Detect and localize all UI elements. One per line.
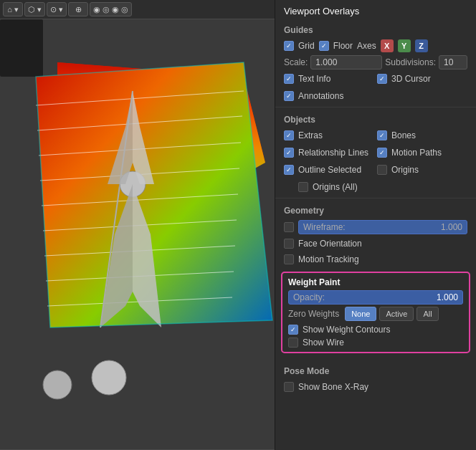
gizmo-btn[interactable]: ⊕ [68,2,88,16]
outline-selected-row: ✓ Outline Selected [284,162,374,178]
floor-checkbox[interactable]: ✓ [319,41,329,51]
origins-all-label: Origins (All) [313,182,358,192]
rel-motion-row: ✓ Relationship Lines ✓ Motion Paths [275,145,476,162]
mode-selector[interactable]: ⌂ ▾ [3,2,23,16]
subdivisions-input[interactable]: 10 [439,55,467,70]
opacity-value: 1.000 [437,292,458,302]
show-weight-contours-label: Show Weight Contours [303,325,391,335]
motion-paths-label: Motion Paths [391,148,442,158]
text-info-row: ✓ Text Info [284,71,374,87]
zero-weights-active-btn[interactable]: Active [379,307,414,321]
show-wire-checkbox[interactable] [288,338,298,348]
cursor-3d-label: 3D Cursor [391,74,431,84]
guides-header: Guides [275,21,476,38]
show-bone-xray-checkbox[interactable] [284,382,294,392]
subdivisions-label: Subdivisions: [385,57,436,67]
annotations-checkbox[interactable]: ✓ [284,91,294,101]
text-info-label: Text Info [298,74,330,84]
text-cursor-row: ✓ Text Info ✓ 3D Cursor [275,71,476,88]
show-wire-label: Show Wire [303,338,344,348]
divider-2 [275,198,476,198]
zero-weights-row: Zero Weights None Active All [282,305,469,323]
mesh-canvas [0,19,275,450]
motion-paths-row: ✓ Motion Paths [377,145,467,161]
viewport-shading[interactable]: ⬡ ▾ [24,2,45,16]
opacity-field[interactable]: Opacity: 1.000 [288,290,463,305]
grid-label: Grid [298,41,315,51]
guides-grid-floor-row: ✓ Grid ✓ Floor Axes X Y Z [275,38,476,54]
bones-label: Bones [391,130,416,140]
axes-label: Axes [357,41,376,51]
face-orientation-label: Face Orientation [298,239,362,249]
axis-z-button[interactable]: Z [415,39,428,52]
extras-label: Extras [298,130,323,140]
weight-paint-section: Weight Paint Opacity: 1.000 Zero Weights… [281,272,470,353]
overlay-btn[interactable]: ⊙ ▾ [47,2,67,16]
text-info-checkbox[interactable]: ✓ [284,74,294,84]
pose-mode-header: Pose Mode [275,362,476,379]
zero-weights-all-btn[interactable]: All [416,307,438,321]
origins-all-row: Origins (All) [275,179,476,195]
objects-header: Objects [275,110,476,128]
panel-title: Viewport Overlays [275,0,476,21]
show-weight-contours-row: ✓ Show Weight Contours [282,323,469,336]
motion-tracking-label: Motion Tracking [298,254,359,264]
zero-weights-label: Zero Weights [288,309,339,319]
annotations-label: Annotations [298,91,343,101]
geometry-header: Geometry [275,201,476,219]
wireframe-value: 1.000 [441,222,462,232]
extras-checkbox[interactable]: ✓ [284,130,294,140]
outline-selected-label: Outline Selected [298,165,361,175]
extras-bones-row: ✓ Extras ✓ Bones [275,128,476,145]
cursor-3d-checkbox[interactable]: ✓ [377,74,387,84]
opacity-label: Opacity: [293,292,325,302]
show-weight-contours-checkbox[interactable]: ✓ [288,325,298,335]
wireframe-input[interactable]: Wireframe: 1.000 [298,220,467,234]
wireframe-row: Wireframe: 1.000 [275,219,476,236]
relationship-row: ✓ Relationship Lines [284,145,374,161]
motion-paths-checkbox[interactable]: ✓ [377,148,387,158]
floor-label: Floor [333,41,353,51]
wireframe-checkbox[interactable] [284,222,294,232]
scale-row: Scale: 1.000 Subdivisions: 10 [275,54,476,71]
origins-all-checkbox[interactable] [298,182,308,192]
show-bone-xray-label: Show Bone X-Ray [298,382,368,392]
axis-x-button[interactable]: X [381,39,394,52]
motion-tracking-checkbox[interactable] [284,254,294,264]
motion-tracking-row: Motion Tracking [275,252,476,267]
extras-row: ✓ Extras [284,128,374,143]
origins-row: Origins [377,162,467,178]
divider-1 [275,107,476,107]
relationship-label: Relationship Lines [298,148,368,158]
face-orientation-row: Face Orientation [275,236,476,252]
weight-paint-title: Weight Paint [282,276,469,290]
overlay-panel: Viewport Overlays Guides ✓ Grid ✓ Floor … [275,0,476,450]
outline-selected-checkbox[interactable]: ✓ [284,165,294,175]
wireframe-label: Wireframe: [303,222,346,232]
annotations-row: ✓ Annotations [275,88,476,104]
outline-origins-row: ✓ Outline Selected Origins [275,162,476,179]
bones-checkbox[interactable]: ✓ [377,130,387,140]
relationship-checkbox[interactable]: ✓ [284,148,294,158]
bones-row: ✓ Bones [377,128,467,143]
cursor-3d-row: ✓ 3D Cursor [377,71,467,87]
svg-rect-1 [0,19,43,77]
show-wire-row: Show Wire [282,336,469,349]
render-btn[interactable]: ◉ ◎ ◉ ◎ [90,2,132,16]
svg-point-12 [92,360,126,395]
show-bone-xray-row: Show Bone X-Ray [275,379,476,395]
pose-mode-section: Pose Mode Show Bone X-Ray [275,358,476,398]
face-orientation-checkbox[interactable] [284,239,294,249]
scale-input[interactable]: 1.000 [310,55,382,70]
axis-y-button[interactable]: Y [398,39,411,52]
svg-point-13 [43,370,72,399]
grid-checkbox[interactable]: ✓ [284,41,294,51]
origins-label: Origins [391,165,419,175]
scale-label: Scale: [284,57,308,67]
viewport-3d[interactable]: ⌂ ▾ ⬡ ▾ ⊙ ▾ ⊕ ◉ ◎ ◉ ◎ [0,0,275,450]
viewport-toolbar: ⌂ ▾ ⬡ ▾ ⊙ ▾ ⊕ ◉ ◎ ◉ ◎ [0,0,275,19]
zero-weights-none-btn[interactable]: None [345,307,376,321]
origins-checkbox[interactable] [377,165,387,175]
